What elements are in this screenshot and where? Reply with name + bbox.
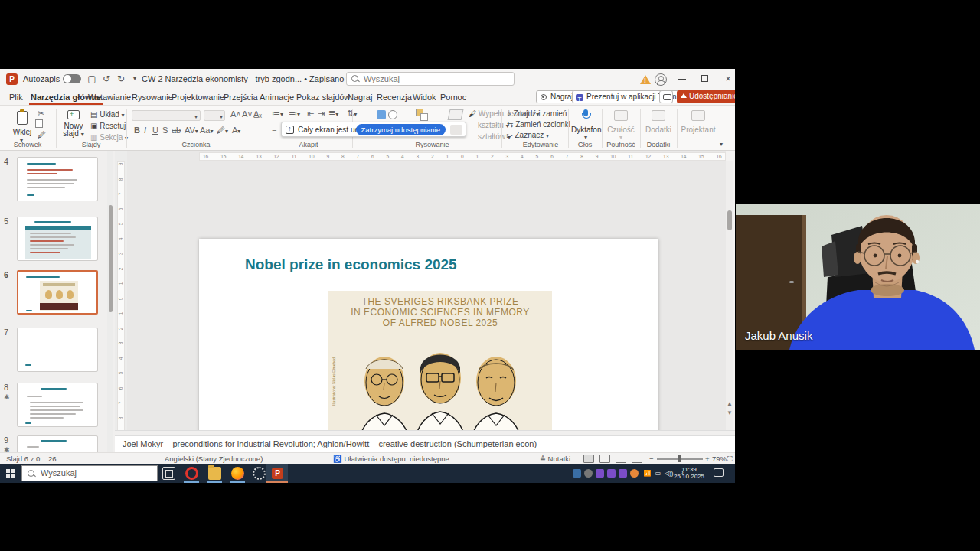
zoom-in-button[interactable]: + — [705, 455, 710, 463]
powerpoint-taskbar-slot[interactable]: P — [266, 464, 288, 483]
reading-view-icon[interactable] — [616, 455, 626, 463]
notes-pane[interactable]: Joel Mokyr – preconditions for industria… — [115, 436, 735, 452]
fit-to-window-icon[interactable]: ⛶ — [727, 455, 733, 464]
tray-camera-icon[interactable] — [619, 469, 627, 478]
task-view-icon[interactable] — [162, 467, 175, 480]
bold-button[interactable]: B — [132, 126, 142, 135]
slide-title[interactable]: Nobel prize in economics 2025 — [245, 256, 457, 273]
settings-icon[interactable] — [253, 467, 266, 480]
layout-button[interactable]: ▤ Układ ▾ — [90, 110, 125, 119]
redo-icon[interactable]: ↻ — [115, 73, 127, 85]
italic-button[interactable]: I — [142, 126, 149, 135]
slide-thumbnail-8[interactable] — [17, 383, 98, 427]
tab-przejscia[interactable]: Przejścia — [222, 92, 260, 105]
notes-toggle-button[interactable]: ≜ Notatki — [540, 455, 570, 463]
shape-outline-button[interactable]: kształtu ▾ — [469, 121, 509, 129]
notification-center-icon[interactable] — [714, 468, 724, 477]
network-icon[interactable]: 📶 — [643, 469, 652, 478]
battery-icon[interactable]: ▭ — [654, 469, 662, 478]
tab-widok[interactable]: Widok — [411, 92, 438, 105]
copy-icon[interactable] — [35, 119, 43, 128]
slide-thumbnail-9[interactable] — [17, 435, 98, 452]
tray-opera-icon[interactable] — [630, 469, 639, 478]
replace-fonts-button[interactable]: ⇆ Zamień czcionki — [507, 120, 570, 129]
notes-splitter[interactable] — [115, 430, 735, 436]
tab-rysowanie[interactable]: Rysowanie — [130, 92, 175, 105]
save-icon[interactable]: ▢ — [86, 73, 98, 85]
bullets-button[interactable]: ≔▾ — [270, 109, 286, 119]
tab-recenzja[interactable]: Recenzja — [375, 92, 413, 105]
file-explorer-icon[interactable] — [208, 467, 221, 480]
stop-sharing-button[interactable]: Zatrzymaj udostępnianie — [356, 124, 446, 135]
collapse-ribbon-icon[interactable]: ▾ — [720, 141, 723, 148]
shape-effects-button[interactable]: ształtów ▾ — [469, 132, 511, 141]
nobel-poster-image[interactable]: THE SVERIGES RIKSBANK PRIZE IN ECONOMIC … — [328, 291, 552, 452]
tab-pomoc[interactable]: Pomoc — [439, 92, 468, 105]
quick-styles-icon[interactable] — [448, 109, 464, 120]
slide-thumbnail-5[interactable] — [17, 217, 98, 261]
minimize-banner-button[interactable]: — — [450, 125, 462, 135]
firefox-icon[interactable] — [231, 467, 244, 480]
increase-indent-button[interactable]: ⇥ — [315, 109, 327, 119]
tray-mic-icon[interactable] — [596, 469, 604, 478]
previous-slide-button[interactable]: ▲ — [727, 401, 733, 407]
next-slide-button[interactable]: ▼ — [727, 410, 733, 416]
font-size-select[interactable]: ▾ — [204, 110, 225, 121]
taskbar-clock[interactable]: 11:39 25.10.2025 — [670, 466, 708, 480]
highlight-color-button[interactable]: 🖉▾ — [214, 126, 230, 135]
font-name-select[interactable]: ▾ — [132, 110, 201, 121]
share-button[interactable]: Udostępnianie ▾ — [677, 90, 735, 103]
tab-projektowanie[interactable]: Projektowanie — [170, 92, 226, 105]
ribbon-search-input[interactable]: Wyszukaj — [346, 72, 514, 86]
shape-rectangle-icon[interactable] — [377, 110, 386, 119]
warning-icon[interactable] — [640, 75, 651, 84]
change-case-button[interactable]: Aa▾ — [198, 126, 215, 135]
strikethrough-button[interactable]: ab — [169, 126, 183, 135]
font-color-button[interactable]: A▾ — [230, 126, 243, 135]
opera-icon[interactable] — [185, 467, 198, 480]
decrease-indent-button[interactable]: ⇤ — [305, 109, 316, 119]
tray-screenshare-icon[interactable] — [607, 469, 616, 478]
tray-app-icon[interactable] — [573, 469, 581, 478]
reset-button[interactable]: ▣ Resetuj — [90, 122, 126, 130]
tray-globe-icon[interactable] — [584, 469, 593, 478]
quick-access-more-icon[interactable]: ▾ — [129, 73, 141, 85]
numbering-button[interactable]: ≕▾ — [286, 109, 302, 119]
tab-plik[interactable]: Plik — [8, 92, 24, 105]
find-replace-button[interactable]: ⌕ Znajdź i zamień — [507, 109, 567, 119]
taskbar-search-input[interactable]: Wyszukaj — [21, 465, 158, 481]
close-button[interactable]: × — [717, 69, 735, 89]
start-button[interactable] — [0, 464, 21, 483]
maximize-button[interactable] — [694, 69, 717, 89]
clear-formatting-icon[interactable]: A̲ₓ — [251, 109, 264, 119]
slide-thumbnail-7[interactable] — [17, 328, 98, 372]
align-left-button[interactable]: ≡ — [270, 126, 279, 135]
slide-thumbnail-4[interactable] — [17, 157, 98, 201]
slide-sorter-view-icon[interactable] — [599, 455, 610, 463]
slide-6[interactable]: Nobel prize in economics 2025 THE SVERIG… — [199, 239, 658, 452]
zoom-level[interactable]: 79% — [712, 455, 727, 463]
line-spacing-button[interactable]: ≣▾ — [326, 109, 341, 119]
cut-icon[interactable]: ✂ — [35, 109, 47, 119]
slideshow-view-icon[interactable] — [632, 455, 642, 463]
shape-circle-icon[interactable] — [388, 110, 397, 119]
underline-button[interactable]: U — [150, 126, 161, 135]
webcam-video[interactable]: Jakub Anusik — [736, 204, 980, 350]
tab-pokaz-slajdow[interactable]: Pokaz slajdów — [295, 92, 351, 105]
autosave-toggle[interactable] — [63, 74, 81, 83]
accessibility-status[interactable]: ♿ Ułatwienia dostępu: niedostępne — [333, 455, 449, 463]
comments-button[interactable] — [659, 90, 673, 103]
minimize-button[interactable] — [671, 69, 694, 89]
thumbnail-scrollbar[interactable] — [107, 151, 113, 452]
tab-animacje[interactable]: Animacje — [258, 92, 296, 105]
account-avatar-icon[interactable] — [655, 73, 667, 86]
slide-thumbnail-6-selected[interactable] — [17, 270, 98, 315]
zoom-slider-knob[interactable] — [678, 455, 681, 462]
format-painter-icon[interactable]: 🖉 — [35, 130, 48, 139]
language-status[interactable]: Angielski (Stany Zjednoczone) — [165, 455, 263, 463]
zoom-out-button[interactable]: − — [649, 455, 654, 463]
normal-view-icon[interactable] — [583, 455, 594, 463]
powerpoint-logo-icon[interactable]: P — [6, 73, 18, 85]
tab-nagraj[interactable]: Nagraj — [346, 92, 374, 105]
select-button[interactable]: ▻ Zaznacz ▾ — [507, 131, 549, 139]
